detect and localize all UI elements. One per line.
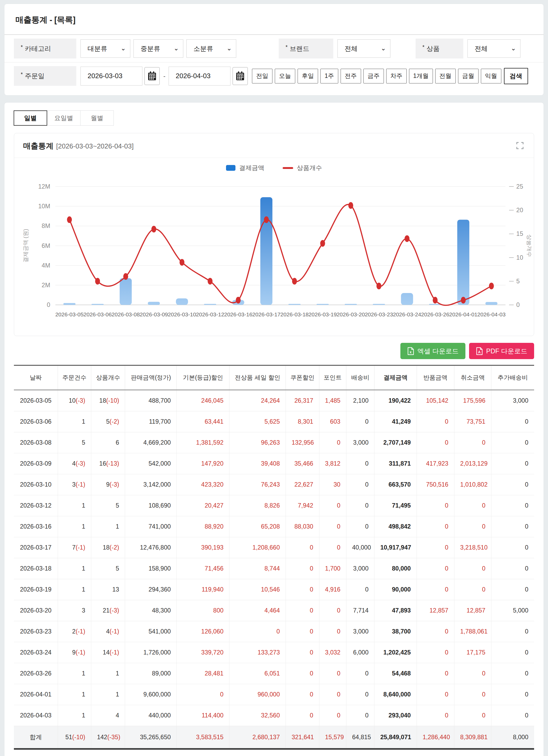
quick-range-button-4[interactable]: 1주 xyxy=(320,69,338,83)
svg-text:2026-03-16: 2026-03-16 xyxy=(224,311,253,317)
cell-refund: 0 xyxy=(417,663,454,684)
cell-sales: 294,360 xyxy=(125,579,177,600)
tab-2[interactable]: 요일별 xyxy=(47,110,81,126)
table-row: 2026-03-0615(-2)119,70063,4415,6258,3016… xyxy=(14,411,534,432)
svg-text:결제금액 (원): 결제금액 (원) xyxy=(22,229,29,263)
cell-shipping: 0 xyxy=(346,495,374,516)
legend-item[interactable]: 상품개수 xyxy=(282,164,322,172)
svg-text:2M: 2M xyxy=(42,282,50,289)
cell-date: 2026-04-03 xyxy=(14,705,58,726)
quick-range-button-3[interactable]: 후일 xyxy=(297,69,318,83)
fullscreen-icon xyxy=(516,142,524,150)
excel-download-button[interactable]: x 엑셀 다운로드 xyxy=(400,343,465,359)
cell-date: 2026-03-16 xyxy=(14,516,58,537)
cell-payment: 54,468 xyxy=(374,663,417,684)
category-select-3[interactable]: 소분류 ⌄ xyxy=(187,39,236,58)
cell-orders: 1 xyxy=(58,558,91,579)
quick-range-button-2[interactable]: 오늘 xyxy=(275,69,295,83)
quick-range-button-5[interactable]: 전주 xyxy=(340,69,361,83)
table-row: 2026-03-19113294,360119,94010,54604,9160… xyxy=(14,579,534,600)
bar-2026-04-01 xyxy=(457,220,469,305)
cell-base-discount: 147,920 xyxy=(177,453,230,474)
bar-2026-03-23 xyxy=(373,304,385,305)
cell-orders: 4(-3) xyxy=(58,453,91,474)
cell-refund: 0 xyxy=(417,684,454,705)
point-2026-03-23 xyxy=(376,283,381,289)
cell-points: 0 xyxy=(319,705,346,726)
svg-text:12M: 12M xyxy=(38,183,50,190)
calendar-button-from[interactable] xyxy=(145,67,160,85)
cell-base-discount: 63,441 xyxy=(177,411,230,432)
pdf-download-button[interactable]: A PDF 다운로드 xyxy=(469,343,534,359)
cell-orders: 3 xyxy=(58,600,91,621)
chevron-down-icon: ⌄ xyxy=(174,45,179,52)
fullscreen-button[interactable] xyxy=(515,141,525,151)
point-2026-03-19 xyxy=(320,240,325,247)
cell-payment: 47,893 xyxy=(374,600,417,621)
search-button[interactable]: 검색 xyxy=(504,68,528,84)
quick-range-button-10[interactable]: 금월 xyxy=(458,69,478,83)
cell-refund: 0 xyxy=(417,537,454,558)
brand-select[interactable]: 전체 ⌄ xyxy=(337,39,390,58)
cell-base-discount: 119,940 xyxy=(177,579,230,600)
cell-cancel: 12,857 xyxy=(454,600,491,621)
col-header-base-discount: 기본(등급)할인 xyxy=(177,365,230,390)
cell-items: 142(-35) xyxy=(91,726,125,749)
cell-sales: 4,669,200 xyxy=(125,432,177,453)
cell-base-discount: 390,193 xyxy=(177,537,230,558)
quick-range-button-7[interactable]: 차주 xyxy=(386,69,407,83)
table-row: 2026-03-094(-3)16(-13)542,000147,92039,4… xyxy=(14,453,534,474)
date-to-input[interactable] xyxy=(169,67,231,86)
quick-range-button-9[interactable]: 전월 xyxy=(435,69,456,83)
table-row: 2026-03-08564,669,2001,381,59296,263132,… xyxy=(14,432,534,453)
product-select[interactable]: 전체 ⌄ xyxy=(467,39,520,58)
cell-date: 2026-03-18 xyxy=(14,558,58,579)
cell-extra-shipping: 0 xyxy=(491,411,534,432)
legend-bar-swatch xyxy=(226,165,236,171)
cell-extra-shipping: 0 xyxy=(491,432,534,453)
cell-date: 2026-03-26 xyxy=(14,663,58,684)
tab-3[interactable]: 월별 xyxy=(80,110,114,126)
cell-shipping: 0 xyxy=(346,453,374,474)
date-from-input[interactable] xyxy=(81,67,142,86)
page-title: 매출통계 - [목록] xyxy=(15,14,533,25)
cell-base-discount: 0 xyxy=(177,684,230,705)
cell-orders: 7(-1) xyxy=(58,537,91,558)
col-header-date: 날짜 xyxy=(14,365,58,390)
cell-coupon: 0 xyxy=(286,537,319,558)
tab-1[interactable]: 일별 xyxy=(14,110,47,126)
cell-cancel: 0 xyxy=(454,516,491,537)
cell-orders: 2(-1) xyxy=(58,621,91,642)
cell-cancel: 3,218,510 xyxy=(454,537,491,558)
cell-items: 18(-10) xyxy=(91,390,125,411)
sales-chart[interactable]: 02M4M6M8M10M12M0510152025결제금액 (원)상품개수202… xyxy=(14,173,534,336)
cell-shipping: 3,000 xyxy=(346,558,374,579)
cell-cancel: 0 xyxy=(454,495,491,516)
cell-points: 603 xyxy=(319,411,346,432)
quick-range-button-6[interactable]: 금주 xyxy=(363,69,384,83)
category-select-1[interactable]: 대분류 ⌄ xyxy=(81,39,130,58)
quick-range-button-1[interactable]: 전일 xyxy=(252,69,273,83)
cell-sale-discount: 96,263 xyxy=(230,432,286,453)
quick-range-button-8[interactable]: 1개월 xyxy=(409,69,433,83)
category-select-2[interactable]: 중분류 ⌄ xyxy=(134,39,183,58)
point-2026-03-05 xyxy=(67,216,72,223)
svg-text:2026-03-09: 2026-03-09 xyxy=(140,311,168,317)
quick-range-button-11[interactable]: 익월 xyxy=(481,69,501,83)
point-2026-03-09 xyxy=(151,226,156,233)
cell-extra-shipping: 0 xyxy=(491,516,534,537)
svg-text:2026-03-06: 2026-03-06 xyxy=(83,311,112,317)
cell-orders: 5 xyxy=(58,432,91,453)
cell-sales: 741,000 xyxy=(125,516,177,537)
cell-sale-discount: 2,680,137 xyxy=(230,726,286,749)
table-total-row: 합계51(-10)142(-35)35,265,6503,583,5152,68… xyxy=(14,726,534,749)
legend-item[interactable]: 결제금액 xyxy=(226,164,264,172)
calendar-button-to[interactable] xyxy=(233,67,248,85)
cell-cancel: 73,751 xyxy=(454,411,491,432)
main-card: 일별요일별월별 매출통계[2026-03-03~2026-04-03] 결제금액… xyxy=(4,102,544,756)
table-row: 2026-03-20321(-3)48,3008004,464007,71447… xyxy=(14,600,534,621)
bar-2026-03-19 xyxy=(316,304,328,305)
cell-coupon: 0 xyxy=(286,684,319,705)
col-header-sales: 판매금액(정가) xyxy=(125,365,177,390)
col-header-extra-shipping: 추가배송비 xyxy=(491,365,534,390)
